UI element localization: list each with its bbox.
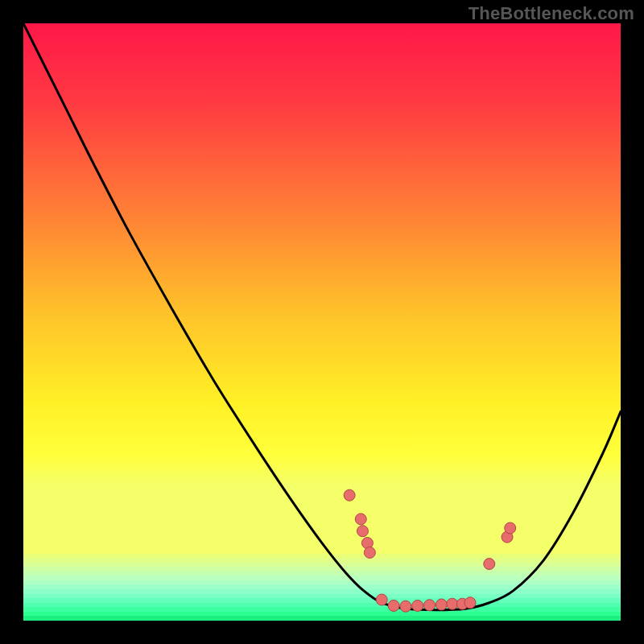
data-dot	[357, 526, 368, 537]
data-dot	[424, 600, 436, 611]
data-dots	[344, 489, 516, 612]
data-dot	[355, 514, 366, 525]
data-dot	[376, 594, 387, 605]
data-dot	[505, 522, 516, 534]
bottleneck-curve	[23, 23, 621, 610]
plot-area	[23, 23, 621, 621]
data-dot	[436, 599, 447, 610]
data-dot	[464, 597, 476, 609]
data-dot	[400, 601, 411, 612]
data-dot	[412, 600, 423, 611]
data-dot	[364, 547, 375, 558]
data-dot	[484, 559, 495, 570]
data-dot	[344, 489, 355, 501]
data-dot	[447, 598, 458, 609]
canvas: TheBottleneck.com	[0, 0, 644, 644]
data-dot	[388, 600, 399, 611]
chart-svg	[23, 23, 621, 621]
watermark-text: TheBottleneck.com	[469, 3, 634, 24]
